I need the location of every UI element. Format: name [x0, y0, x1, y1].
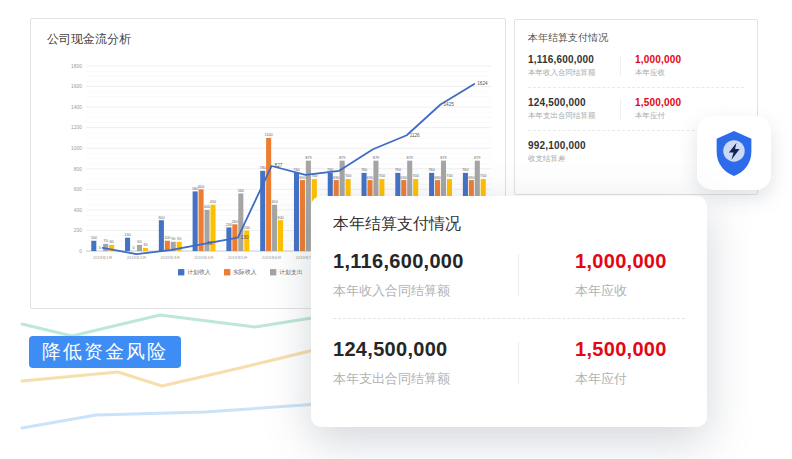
svg-text:260: 260 — [232, 220, 238, 224]
popup-payable-label: 本年应付 — [575, 370, 685, 388]
svg-text:1126: 1126 — [410, 133, 420, 138]
svg-text:600: 600 — [74, 187, 82, 192]
svg-text:700: 700 — [345, 174, 351, 178]
receivable-block: 1,000,000 本年应收 — [621, 54, 744, 78]
svg-text:1200: 1200 — [71, 125, 82, 130]
svg-text:2019年3月: 2019年3月 — [161, 255, 181, 260]
popup-row-income: 1,116,600,000 本年收入合同结算额 1,000,000 本年应收 — [333, 250, 685, 300]
popup-expense-settled-value: 124,500,000 — [333, 338, 518, 361]
svg-text:0: 0 — [132, 247, 134, 251]
row-divider — [528, 87, 744, 88]
svg-text:700: 700 — [480, 174, 486, 178]
svg-text:690: 690 — [333, 176, 339, 180]
svg-text:560: 560 — [238, 189, 244, 193]
payable-value: 1,500,000 — [635, 97, 744, 108]
popup-row-expense: 124,500,000 本年支出合同结算额 1,500,000 本年应付 — [333, 338, 685, 388]
svg-text:400: 400 — [204, 205, 210, 209]
svg-text:1400: 1400 — [71, 105, 82, 110]
svg-text:30: 30 — [143, 243, 147, 247]
popup-receivable-value: 1,000,000 — [575, 250, 685, 273]
svg-text:100: 100 — [164, 236, 170, 240]
svg-text:90: 90 — [177, 237, 181, 241]
popup-income-settled-value: 1,116,600,000 — [333, 250, 518, 273]
svg-text:100: 100 — [91, 236, 97, 240]
svg-text:0: 0 — [99, 247, 101, 251]
svg-text:879: 879 — [373, 156, 379, 160]
svg-text:1800: 1800 — [71, 64, 82, 69]
svg-text:60: 60 — [137, 240, 141, 244]
settlement-row-income: 1,116,600,000 本年收入合同结算额 1,000,000 本年应收 — [528, 54, 744, 78]
svg-text:700: 700 — [311, 174, 317, 178]
svg-text:2019年5月: 2019年5月 — [228, 255, 248, 260]
svg-text:879: 879 — [474, 156, 480, 160]
svg-text:760: 760 — [428, 168, 434, 172]
svg-text:450: 450 — [210, 200, 216, 204]
income-settled-label: 本年收入合同结算额 — [528, 68, 620, 78]
svg-text:879: 879 — [339, 156, 345, 160]
svg-text:690: 690 — [434, 176, 440, 180]
svg-text:1000: 1000 — [71, 146, 82, 151]
settlement-popup-card: 本年结算支付情况 1,116,600,000 本年收入合同结算额 1,000,0… — [311, 196, 707, 427]
svg-text:1624: 1624 — [477, 81, 488, 86]
svg-text:400: 400 — [74, 208, 82, 213]
svg-text:879: 879 — [440, 156, 446, 160]
svg-text:760: 760 — [361, 168, 367, 172]
expense-settled-label: 本年支出合同结算额 — [528, 111, 620, 121]
receivable-label: 本年应收 — [635, 68, 744, 78]
svg-text:0: 0 — [79, 249, 82, 254]
balance-label: 收支结算差 — [528, 154, 620, 164]
svg-text:879: 879 — [305, 156, 311, 160]
popup-receivable-block: 1,000,000 本年应收 — [519, 250, 685, 300]
income-settled-value: 1,116,600,000 — [528, 54, 620, 65]
cashflow-panel-title: 公司现金流分析 — [47, 31, 501, 48]
popup-expense-settled-block: 124,500,000 本年支出合同结算额 — [333, 338, 518, 388]
popup-receivable-label: 本年应收 — [575, 282, 685, 300]
svg-text:计划支出: 计划支出 — [279, 269, 302, 276]
svg-text:130: 130 — [241, 235, 249, 240]
svg-text:600: 600 — [198, 185, 204, 189]
svg-text:实际收入: 实际收入 — [233, 268, 256, 276]
popup-title: 本年结算支付情况 — [333, 214, 685, 235]
svg-text:2019年4月: 2019年4月 — [194, 255, 214, 260]
svg-text:760: 760 — [462, 168, 468, 172]
svg-text:90: 90 — [171, 237, 175, 241]
svg-text:690: 690 — [367, 176, 373, 180]
popup-income-settled-label: 本年收入合同结算额 — [333, 282, 518, 300]
svg-text:1425: 1425 — [443, 102, 454, 107]
row-divider — [333, 318, 685, 319]
receivable-value: 1,000,000 — [635, 54, 744, 65]
svg-text:450: 450 — [271, 200, 277, 204]
svg-text:70: 70 — [104, 239, 108, 243]
settlement-panel-title: 本年结算支付情况 — [528, 31, 744, 45]
svg-text:700: 700 — [379, 174, 385, 178]
svg-text:70: 70 — [207, 241, 213, 246]
shield-icon — [713, 130, 755, 177]
security-shield-card[interactable] — [697, 116, 771, 190]
svg-text:700: 700 — [446, 174, 452, 178]
svg-text:879: 879 — [407, 156, 413, 160]
svg-text:200: 200 — [74, 228, 82, 233]
svg-text:800: 800 — [74, 167, 82, 172]
risk-reduction-badge: 降低资金风险 — [29, 336, 181, 368]
svg-text:60: 60 — [110, 240, 114, 244]
svg-text:700: 700 — [412, 174, 418, 178]
svg-text:690: 690 — [468, 176, 474, 180]
income-settled-block: 1,116,600,000 本年收入合同结算额 — [528, 54, 620, 78]
svg-text:690: 690 — [401, 176, 407, 180]
svg-text:200: 200 — [244, 226, 250, 230]
balance-value: 992,100,000 — [528, 140, 620, 151]
svg-text:780: 780 — [260, 166, 266, 170]
svg-text:130: 130 — [124, 233, 130, 237]
svg-text:2019年6月: 2019年6月 — [262, 255, 282, 260]
svg-text:2019年1月: 2019年1月 — [93, 255, 113, 260]
popup-expense-settled-label: 本年支出合同结算额 — [333, 370, 518, 388]
svg-text:827: 827 — [275, 163, 283, 168]
svg-text:760: 760 — [395, 168, 401, 172]
expense-settled-block: 124,500,000 本年支出合同结算额 — [528, 97, 620, 121]
svg-text:1600: 1600 — [71, 84, 82, 89]
svg-text:300: 300 — [277, 216, 283, 220]
svg-text:1100: 1100 — [265, 133, 273, 137]
balance-block: 992,100,000 收支结算差 — [528, 140, 620, 164]
svg-text:计划收入: 计划收入 — [187, 268, 210, 276]
svg-text:690: 690 — [299, 176, 305, 180]
